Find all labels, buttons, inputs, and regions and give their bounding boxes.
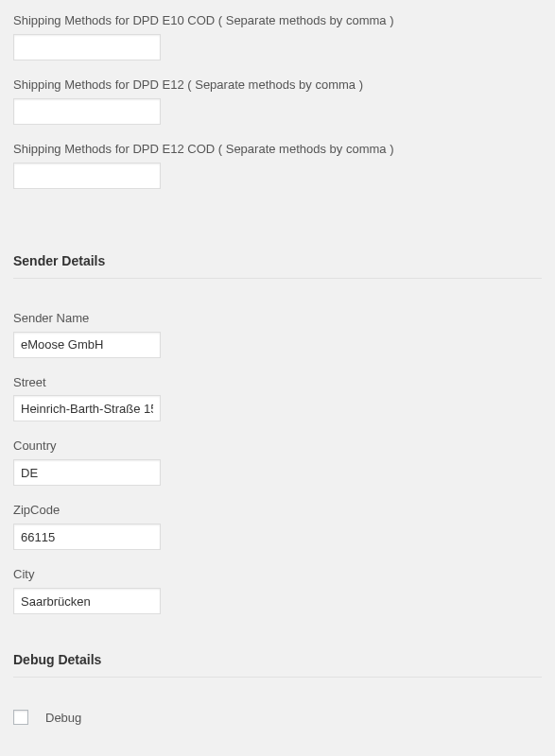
city-label: City — [13, 567, 542, 583]
country-field: Country — [13, 438, 542, 486]
shipping-e12-field: Shipping Methods for DPD E12 ( Separate … — [13, 77, 542, 125]
shipping-e12-label: Shipping Methods for DPD E12 ( Separate … — [13, 77, 542, 94]
country-input[interactable] — [13, 459, 161, 486]
shipping-e12-cod-field: Shipping Methods for DPD E12 COD ( Separ… — [13, 142, 542, 189]
shipping-e12-cod-input[interactable] — [13, 163, 161, 189]
country-label: Country — [13, 438, 542, 455]
street-field: Street — [13, 375, 542, 422]
sender-name-field: Sender Name — [13, 311, 542, 358]
zipcode-field: ZipCode — [13, 503, 542, 550]
shipping-e10-cod-input[interactable] — [13, 34, 161, 60]
debug-details-heading: Debug Details — [13, 652, 542, 678]
debug-checkbox[interactable] — [13, 710, 28, 725]
zipcode-input[interactable] — [13, 524, 161, 550]
shipping-e12-cod-label: Shipping Methods for DPD E12 COD ( Separ… — [13, 142, 542, 158]
debug-checkbox-row: Debug — [13, 710, 542, 725]
sender-details-heading: Sender Details — [13, 253, 542, 279]
shipping-e10-cod-label: Shipping Methods for DPD E10 COD ( Separ… — [13, 13, 542, 29]
zipcode-label: ZipCode — [13, 503, 542, 519]
street-label: Street — [13, 375, 542, 391]
city-input[interactable] — [13, 588, 161, 614]
street-input[interactable] — [13, 395, 161, 421]
sender-name-input[interactable] — [13, 332, 161, 358]
shipping-e12-input[interactable] — [13, 98, 161, 125]
sender-name-label: Sender Name — [13, 311, 542, 327]
debug-checkbox-label: Debug — [45, 711, 81, 725]
city-field: City — [13, 567, 542, 614]
shipping-e10-cod-field: Shipping Methods for DPD E10 COD ( Separ… — [13, 13, 542, 60]
